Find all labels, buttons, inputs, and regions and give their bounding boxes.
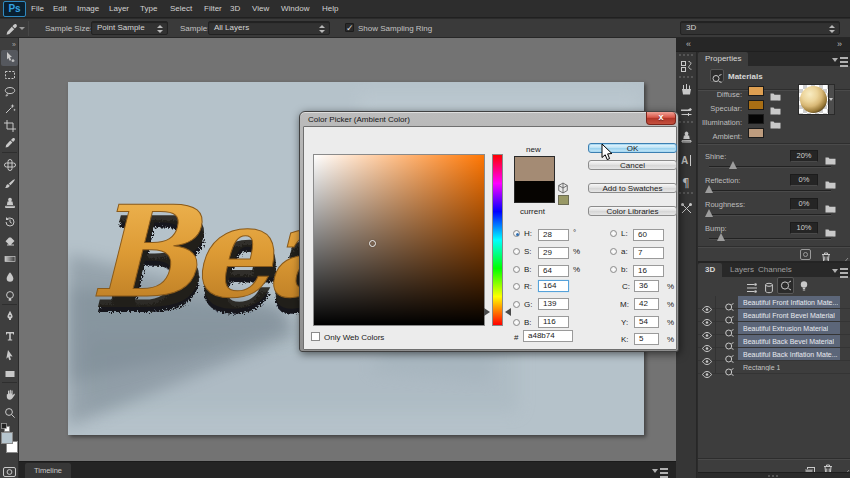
material-picker-arrow[interactable] — [829, 84, 835, 115]
c-field[interactable]: 36 — [634, 280, 659, 292]
hand-tool[interactable] — [1, 387, 18, 403]
shine-folder-icon[interactable] — [825, 151, 836, 160]
bump-value[interactable]: 10% — [790, 222, 818, 234]
menu-edit[interactable]: Edit — [53, 0, 67, 18]
shine-slider-thumb[interactable] — [729, 161, 738, 169]
toolbar-expand-icon[interactable]: » — [12, 41, 16, 48]
g-field[interactable]: 139 — [538, 298, 569, 310]
a-radio[interactable] — [610, 248, 617, 255]
material-filter-icon[interactable] — [777, 277, 794, 294]
light-filter-icon[interactable] — [798, 279, 810, 297]
specular-folder-icon[interactable] — [770, 101, 781, 110]
bb-radio[interactable] — [610, 266, 617, 273]
layer-label[interactable]: Beautiful Back Inflation Mate... — [743, 351, 838, 358]
r-field[interactable]: 164 — [538, 280, 569, 292]
toggle-misc-icon[interactable] — [800, 249, 811, 260]
a-field[interactable]: 7 — [633, 247, 664, 259]
collapse-panels-icon[interactable]: » — [837, 39, 841, 49]
h-field[interactable]: 28 — [538, 229, 569, 241]
dock-grip[interactable] — [768, 475, 780, 477]
diffuse-swatch[interactable] — [748, 86, 764, 96]
shine-slider[interactable] — [709, 166, 831, 168]
foreground-color-swatch[interactable] — [1, 432, 13, 444]
layer-label[interactable]: Beautiful Front Inflation Mate... — [743, 299, 838, 306]
measurement-panel-icon[interactable] — [678, 200, 695, 216]
reflection-value[interactable]: 0% — [790, 174, 818, 186]
menu-3d[interactable]: 3D — [230, 0, 240, 18]
only-web-colors-checkbox[interactable] — [311, 332, 320, 341]
b-radio[interactable] — [513, 266, 520, 273]
quick-selection-tool[interactable] — [1, 101, 18, 117]
menu-view[interactable]: View — [252, 0, 269, 18]
reflection-slider-thumb[interactable] — [705, 185, 714, 193]
move-tool[interactable] — [1, 50, 18, 66]
tab-properties[interactable]: Properties — [698, 52, 748, 66]
properties-menu-icon[interactable] — [832, 56, 848, 64]
tab-3d[interactable]: 3D — [698, 263, 722, 277]
healing-brush-tool[interactable] — [1, 157, 18, 173]
type-tool[interactable] — [1, 328, 18, 344]
dodge-tool[interactable] — [1, 288, 18, 304]
tool-preset-arrow-icon[interactable] — [19, 27, 25, 30]
lasso-tool[interactable] — [1, 84, 18, 100]
timeline-menu-icon[interactable] — [652, 467, 668, 475]
bump-slider-thumb[interactable] — [717, 233, 726, 241]
illumination-swatch[interactable] — [748, 114, 764, 124]
s-radio[interactable] — [513, 248, 520, 255]
menu-file[interactable]: File — [31, 0, 44, 18]
bump-folder-icon[interactable] — [825, 223, 836, 232]
menu-image[interactable]: Image — [77, 0, 99, 18]
k-field[interactable]: 5 — [634, 333, 659, 345]
shine-value[interactable]: 20% — [790, 150, 818, 162]
h-radio[interactable] — [513, 230, 520, 237]
visibility-eye-icon[interactable] — [702, 364, 712, 382]
b2-field[interactable]: 116 — [538, 316, 569, 328]
ambient-swatch[interactable] — [748, 128, 764, 138]
layer-row[interactable]: Beautiful Front Inflation Mate... — [698, 296, 850, 309]
layer-row[interactable]: Beautiful Back Inflation Mate... — [698, 348, 850, 361]
b2-radio[interactable] — [513, 319, 520, 326]
sample-size-select[interactable]: Point Sample — [91, 21, 168, 35]
shape-tool[interactable] — [1, 366, 18, 382]
roughness-value[interactable]: 0% — [790, 198, 818, 210]
screen-mode-icon[interactable] — [3, 474, 16, 478]
pen-tool[interactable] — [1, 308, 18, 324]
menu-filter[interactable]: Filter — [204, 0, 222, 18]
path-selection-tool[interactable] — [1, 347, 18, 363]
hue-slider-arrow-left[interactable] — [484, 308, 490, 316]
l-field[interactable]: 60 — [633, 229, 664, 241]
y-field[interactable]: 54 — [634, 316, 659, 328]
styles-panel-icon[interactable] — [678, 58, 695, 74]
websafe-color-chip[interactable] — [558, 195, 569, 205]
layer-label[interactable]: Beautiful Extrusion Material — [743, 325, 828, 332]
sample-select[interactable]: All Layers — [208, 21, 330, 35]
g-radio[interactable] — [513, 301, 520, 308]
layer-label[interactable]: Beautiful Back Bevel Material — [743, 338, 834, 345]
workspace-select[interactable]: 3D — [680, 21, 840, 35]
eraser-tool[interactable] — [1, 233, 18, 249]
brush-tool[interactable] — [1, 176, 18, 192]
layer-label[interactable]: Beautiful Front Bevel Material — [743, 312, 835, 319]
paragraph-panel-icon[interactable]: ¶ — [678, 174, 695, 190]
tab-channels[interactable]: Channels — [751, 263, 799, 277]
crop-tool[interactable] — [1, 118, 18, 134]
reflection-slider[interactable] — [709, 190, 831, 192]
dialog-close-button[interactable]: x — [646, 112, 676, 125]
hue-slider-arrow-right[interactable] — [505, 308, 511, 316]
layer-row[interactable]: Beautiful Back Bevel Material — [698, 335, 850, 348]
gradient-tool[interactable] — [1, 251, 18, 267]
diffuse-folder-icon[interactable] — [770, 87, 781, 96]
m-field[interactable]: 42 — [634, 298, 659, 310]
color-libraries-button[interactable]: Color Libraries — [588, 206, 677, 216]
bb-field[interactable]: 16 — [633, 265, 664, 277]
hue-slider[interactable] — [492, 154, 503, 326]
menu-type[interactable]: Type — [140, 0, 157, 18]
specular-swatch[interactable] — [748, 100, 764, 110]
r-radio[interactable] — [513, 283, 520, 290]
eyedropper-tool[interactable] — [1, 135, 18, 151]
show-sampling-ring-checkbox[interactable]: ✓ — [345, 23, 354, 32]
color-field-marker[interactable] — [369, 240, 376, 247]
menu-window[interactable]: Window — [281, 0, 309, 18]
material-ball-preview[interactable] — [798, 84, 829, 115]
marquee-tool[interactable] — [1, 67, 18, 83]
